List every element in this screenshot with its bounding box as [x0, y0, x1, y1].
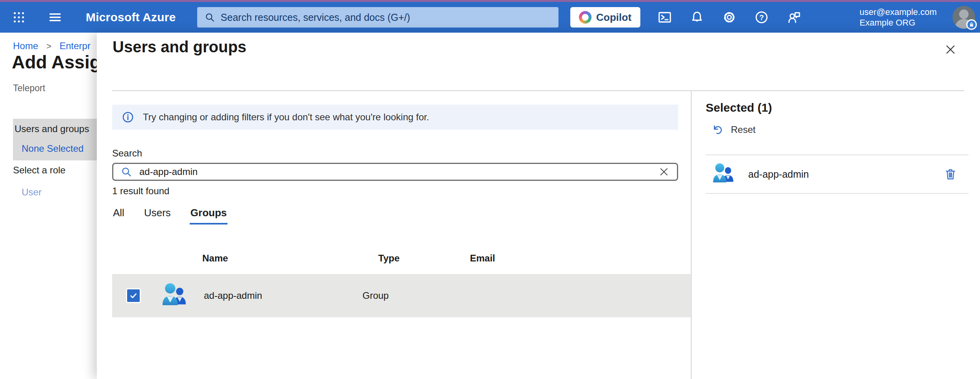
- selected-divider-bottom: [706, 193, 969, 194]
- tab-users[interactable]: Users: [143, 207, 172, 224]
- results-count: 1 result found: [112, 186, 678, 197]
- tab-groups[interactable]: Groups: [190, 207, 227, 224]
- select-role-label: Select a role: [13, 165, 65, 176]
- selected-column: Selected (1) Reset: [691, 90, 980, 379]
- reset-label: Reset: [731, 124, 756, 135]
- panel-main-column: Try changing or adding filters if you do…: [112, 91, 678, 379]
- avatar[interactable]: [952, 6, 975, 29]
- users-groups-label: Users and groups: [15, 123, 89, 134]
- search-value: ad-app-admin: [139, 166, 198, 177]
- bell-icon: [690, 10, 704, 25]
- selected-item-name: ad-app-admin: [748, 169, 809, 180]
- copilot-button[interactable]: Copilot: [570, 7, 640, 28]
- cloud-shell-button[interactable]: [656, 9, 673, 26]
- app-launcher-icon: [12, 10, 26, 24]
- breadcrumb-separator: >: [46, 41, 52, 51]
- tab-all[interactable]: All: [112, 207, 125, 224]
- row-type: Group: [362, 290, 454, 301]
- info-banner-text: Try changing or adding filters if you do…: [143, 112, 429, 123]
- settings-button[interactable]: [721, 9, 738, 26]
- trash-icon: [944, 168, 957, 180]
- global-search-placeholder: Search resources, services, and docs (G+…: [221, 12, 410, 23]
- search-icon: [120, 166, 132, 178]
- group-icon: [713, 162, 734, 186]
- group-icon: [162, 282, 187, 309]
- search-label: Search: [112, 148, 678, 159]
- row-checkbox[interactable]: [126, 288, 141, 303]
- table-header: Name Type Email: [112, 250, 678, 267]
- checkmark-icon: [129, 291, 138, 300]
- help-icon: ?: [754, 10, 769, 25]
- topbar: Microsoft Azure Search resources, servic…: [0, 2, 980, 33]
- panel-search-input[interactable]: ad-app-admin: [112, 163, 678, 181]
- tab-bar: All Users Groups: [112, 207, 678, 224]
- app-launcher-button[interactable]: [10, 9, 28, 26]
- notifications-button[interactable]: [688, 9, 706, 26]
- panel-title: Users and groups: [113, 38, 246, 56]
- role-user-link[interactable]: User: [22, 187, 42, 198]
- gear-icon: [722, 10, 737, 25]
- cloud-shell-icon: [657, 10, 672, 25]
- clear-search-button[interactable]: [658, 166, 670, 178]
- remove-selected-button[interactable]: [943, 167, 958, 181]
- info-banner: Try changing or adding filters if you do…: [112, 105, 678, 130]
- page-title: Add Assig: [12, 52, 101, 73]
- hamburger-menu-button[interactable]: [46, 9, 64, 26]
- feedback-icon: [786, 10, 801, 25]
- selected-title: Selected (1): [706, 101, 980, 114]
- svg-text:?: ?: [759, 13, 764, 22]
- topbar-icon-group: ?: [656, 9, 802, 26]
- reset-button[interactable]: Reset: [711, 124, 756, 136]
- account-info[interactable]: user@example.com Example ORG: [860, 7, 937, 28]
- row-name: ad-app-admin: [204, 290, 362, 301]
- copilot-icon: [579, 11, 592, 24]
- info-icon: [122, 111, 134, 123]
- column-header-type: Type: [378, 253, 470, 264]
- column-header-name: Name: [202, 253, 378, 264]
- azure-portal-screen: Microsoft Azure Search resources, servic…: [0, 0, 980, 379]
- breadcrumb-home-link[interactable]: Home: [13, 40, 38, 51]
- feedback-button[interactable]: [785, 9, 802, 26]
- account-email: user@example.com: [860, 7, 937, 17]
- lock-badge-icon: [966, 19, 977, 30]
- none-selected-link[interactable]: None Selected: [22, 143, 83, 154]
- brand-title[interactable]: Microsoft Azure: [86, 11, 176, 24]
- table-row[interactable]: ad-app-admin Group: [112, 274, 691, 317]
- breadcrumb: Home > Enterpr: [13, 40, 91, 52]
- help-button[interactable]: ?: [753, 9, 770, 26]
- hamburger-icon: [48, 10, 62, 24]
- breadcrumb-current-link[interactable]: Enterpr: [59, 40, 91, 51]
- clear-icon: [658, 166, 669, 177]
- panel-body: Try changing or adding filters if you do…: [97, 91, 980, 379]
- account-org: Example ORG: [860, 17, 937, 28]
- column-header-email: Email: [470, 253, 495, 264]
- global-search-input[interactable]: Search resources, services, and docs (G+…: [197, 7, 558, 28]
- users-groups-selector: Users and groups None Selected: [13, 119, 97, 160]
- search-icon: [204, 12, 215, 23]
- close-icon: [945, 44, 956, 55]
- undo-icon: [711, 124, 723, 136]
- selected-item: ad-app-admin: [706, 155, 969, 193]
- copilot-label: Copilot: [596, 11, 632, 24]
- users-groups-panel: Users and groups Try changing or adding …: [97, 33, 980, 379]
- page-subtitle: Teleport: [13, 83, 45, 94]
- close-panel-button[interactable]: [944, 43, 957, 56]
